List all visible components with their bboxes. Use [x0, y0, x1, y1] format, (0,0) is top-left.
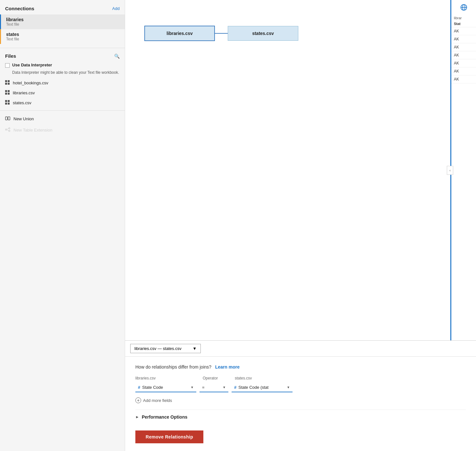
file-name: libraries.csv [13, 90, 35, 95]
sidebar: Connections Add libraries Text file stat… [0, 0, 125, 451]
operator-arrow: ▼ [223, 386, 226, 389]
bottom-panel: libraries.csv — states.csv ▼ How do rela… [125, 340, 476, 451]
relationship-selector-bar: libraries.csv — states.csv ▼ [125, 341, 476, 357]
union-icon [5, 116, 10, 122]
add-more-fields-button[interactable]: + Add more fields [135, 397, 466, 403]
learn-more-link[interactable]: Learn more [215, 364, 240, 370]
svg-rect-5 [8, 90, 10, 92]
new-table-extension-item: New Table Extension [0, 124, 125, 136]
svg-rect-3 [8, 83, 10, 85]
grid-icon [5, 80, 10, 86]
svg-rect-1 [8, 80, 10, 82]
data-interpreter-checkbox[interactable] [5, 63, 10, 68]
relationship-diagram: libraries.csv states.csv [144, 26, 298, 41]
operator-select[interactable]: = ▼ [200, 383, 228, 392]
preview-cell: AK [451, 27, 476, 35]
svg-rect-7 [8, 93, 10, 95]
file-item-hotel[interactable]: hotel_bookings.csv [0, 78, 125, 88]
table-extension-icon [5, 127, 10, 133]
svg-rect-12 [5, 117, 7, 120]
panel-question: How do relationships differ from joins? … [135, 364, 466, 370]
connection-item-states[interactable]: states Text file [0, 29, 125, 44]
main-content: libraries.csv states.csv ‹ librar Stat A… [125, 0, 476, 451]
left-field-select[interactable]: # State Code ▼ [135, 383, 196, 392]
file-name: states.csv [13, 100, 31, 105]
preview-cell: AK [451, 59, 476, 67]
right-field-label: State Code (stat [238, 385, 268, 390]
svg-rect-6 [5, 93, 7, 95]
svg-point-15 [5, 129, 7, 130]
relationship-dropdown-label: libraries.csv — states.csv [134, 346, 182, 351]
connection-type: Text file [6, 37, 120, 41]
svg-rect-2 [5, 83, 7, 85]
field-row-header: libraries.csv Operator states.csv [135, 376, 466, 380]
add-more-label: Add more fields [143, 398, 172, 403]
connection-name: libraries [6, 17, 120, 22]
svg-point-17 [9, 130, 10, 132]
add-circle-icon: + [135, 397, 141, 403]
svg-rect-9 [8, 100, 10, 102]
right-table-col-label: states.csv [235, 376, 466, 380]
remove-relationship-button[interactable]: Remove Relationship [135, 430, 203, 443]
data-interpreter-row: Use Data Interpreter [0, 61, 125, 69]
data-interpreter-desc: Data Interpreter might be able to clean … [0, 69, 125, 78]
connector-line [215, 33, 228, 34]
sidebar-section-divider [0, 110, 125, 111]
files-section-header: Files 🔍 [0, 52, 125, 61]
preview-cell: AK [451, 51, 476, 59]
svg-rect-13 [8, 117, 10, 120]
preview-col-header: Stat [451, 21, 476, 27]
data-interpreter-label[interactable]: Use Data Interpreter [12, 63, 52, 67]
preview-cell: AK [451, 35, 476, 43]
new-table-extension-label: New Table Extension [13, 128, 52, 132]
svg-rect-0 [5, 80, 7, 82]
collapse-panel-button[interactable]: ‹ [447, 166, 453, 175]
svg-point-16 [9, 128, 10, 129]
globe-icon-container [451, 0, 476, 15]
right-field-arrow: ▼ [287, 386, 290, 389]
preview-cell: AK [451, 67, 476, 75]
connection-type: Text file [6, 22, 120, 27]
grid-icon [5, 90, 10, 96]
left-table-col-label: libraries.csv [135, 376, 200, 380]
dropdown-arrow-icon: ▼ [192, 346, 197, 351]
svg-rect-4 [5, 90, 7, 92]
connections-title: Connections [5, 6, 34, 11]
svg-line-18 [7, 128, 9, 130]
table-node-states[interactable]: states.csv [228, 26, 298, 41]
right-field-select[interactable]: # State Code (stat ▼ [232, 383, 293, 392]
search-icon[interactable]: 🔍 [114, 54, 120, 59]
svg-rect-11 [8, 103, 10, 105]
sidebar-divider [0, 48, 125, 48]
svg-line-19 [7, 130, 9, 131]
connection-name: states [6, 32, 120, 37]
svg-rect-8 [5, 100, 7, 102]
left-field-arrow: ▼ [191, 386, 194, 389]
preview-cell: AK [451, 43, 476, 51]
connections-section-header: Connections Add [0, 0, 125, 14]
grid-icon [5, 100, 10, 106]
left-field-label: State Code [142, 385, 163, 390]
field-mapping-row: # State Code ▼ = ▼ # State Code (stat ▼ [135, 383, 466, 392]
table-node-libraries[interactable]: libraries.csv [144, 26, 215, 41]
performance-options-section[interactable]: ► Performance Options [135, 410, 466, 424]
right-field-inner: # State Code (stat [234, 385, 268, 390]
add-connection-button[interactable]: Add [112, 6, 120, 11]
file-item-states[interactable]: states.csv [0, 98, 125, 108]
file-name: hotel_bookings.csv [13, 81, 48, 85]
relationship-edit-panel: How do relationships differ from joins? … [125, 357, 476, 451]
preview-cell: AK [451, 75, 476, 83]
left-field-inner: # State Code [138, 385, 163, 390]
data-preview-panel: ‹ librar Stat AK AK AK AK AK AK AK [450, 0, 476, 340]
operator-col-label: Operator [200, 376, 235, 380]
file-item-libraries[interactable]: libraries.csv [0, 88, 125, 98]
performance-options-label: Performance Options [142, 414, 187, 420]
files-title: Files [5, 53, 16, 59]
new-union-item[interactable]: New Union [0, 113, 125, 124]
preview-table-label: librar [451, 15, 476, 21]
hash-icon-right: # [234, 385, 236, 390]
hash-icon-left: # [138, 385, 140, 390]
connection-item-libraries[interactable]: libraries Text file [0, 14, 125, 29]
chevron-right-icon: ► [135, 415, 139, 419]
relationship-dropdown[interactable]: libraries.csv — states.csv ▼ [130, 344, 201, 353]
